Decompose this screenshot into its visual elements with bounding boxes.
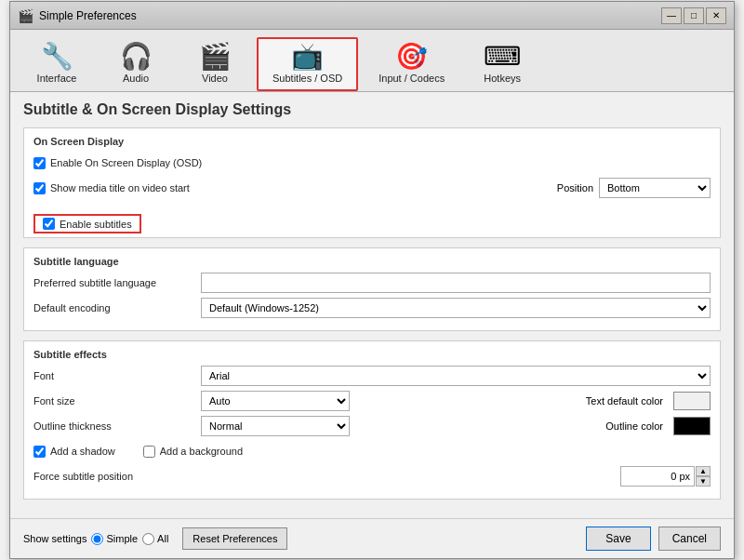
show-settings: Show settings Simple All Reset Preferenc… bbox=[23, 527, 287, 550]
force-position-value: ▲ ▼ bbox=[201, 466, 711, 487]
close-button[interactable]: ✕ bbox=[706, 7, 726, 24]
simple-radio-text: Simple bbox=[106, 533, 138, 544]
add-shadow-label: Add a shadow bbox=[50, 446, 115, 457]
outline-thickness-label: Outline thickness bbox=[33, 420, 201, 432]
force-position-spinner: ▲ ▼ bbox=[201, 466, 711, 487]
video-icon: 🎬 bbox=[199, 44, 232, 70]
shadow-background-row: Add a shadow Add a background bbox=[33, 441, 711, 461]
all-radio-text: All bbox=[157, 533, 168, 544]
add-background-checkbox[interactable] bbox=[143, 446, 155, 458]
show-media-title-row: Show media title on video start Position… bbox=[33, 178, 711, 198]
show-media-title-checkbox[interactable] bbox=[33, 182, 46, 194]
subtitle-language-section: Subtitle language Preferred subtitle lan… bbox=[23, 247, 721, 331]
subtitle-effects-section: Subtitle effects Font Arial Times New Ro… bbox=[23, 340, 721, 500]
outline-thickness-select[interactable]: Normal Thin Thick bbox=[201, 416, 350, 436]
subtitles-icon: 📺 bbox=[291, 44, 324, 70]
enable-subtitles-container: Enable subtitles bbox=[23, 210, 721, 238]
tab-hotkeys[interactable]: ⌨ Hotkeys bbox=[465, 37, 539, 91]
font-value: Arial Times New Roman Courier New Verdan… bbox=[201, 366, 711, 386]
reset-preferences-button[interactable]: Reset Preferences bbox=[182, 527, 287, 550]
simple-radio[interactable] bbox=[91, 533, 103, 545]
hotkeys-icon: ⌨ bbox=[484, 44, 521, 70]
enable-osd-row: Enable On Screen Display (OSD) bbox=[33, 153, 711, 173]
tab-subtitles-label: Subtitles / OSD bbox=[272, 73, 342, 84]
enable-osd-checkbox[interactable] bbox=[33, 157, 46, 169]
force-position-input[interactable] bbox=[620, 466, 695, 487]
text-default-color-label: Text default color bbox=[586, 395, 663, 407]
enable-osd-label: Enable On Screen Display (OSD) bbox=[50, 157, 202, 168]
font-size-select[interactable]: Auto Small Normal Large bbox=[201, 391, 350, 411]
add-background-label: Add a background bbox=[160, 446, 243, 457]
enable-subtitles-checkbox-label[interactable]: Enable subtitles bbox=[33, 214, 141, 233]
tab-audio[interactable]: 🎧 Audio bbox=[99, 37, 173, 91]
text-default-color-box[interactable] bbox=[673, 392, 711, 410]
preferred-language-input[interactable] bbox=[201, 273, 711, 293]
tab-hotkeys-label: Hotkeys bbox=[484, 73, 521, 84]
default-encoding-label: Default encoding bbox=[33, 302, 201, 313]
bottom-bar: Show settings Simple All Reset Preferenc… bbox=[10, 518, 734, 558]
show-media-title-label: Show media title on video start bbox=[50, 182, 190, 193]
font-label: Font bbox=[33, 370, 201, 381]
default-encoding-row: Default encoding Default (Windows-1252) … bbox=[33, 298, 711, 318]
add-shadow-checkbox-label[interactable]: Add a shadow bbox=[33, 446, 115, 458]
enable-osd-checkbox-label[interactable]: Enable On Screen Display (OSD) bbox=[33, 157, 202, 169]
add-background-checkbox-label[interactable]: Add a background bbox=[143, 446, 243, 458]
app-icon: 🎬 bbox=[18, 8, 33, 23]
title-bar-left: 🎬 Simple Preferences bbox=[18, 8, 137, 23]
tab-interface-label: Interface bbox=[37, 73, 77, 84]
font-size-col: Font size Auto Small Normal Large bbox=[33, 391, 577, 411]
force-position-row: Force subtitle position ▲ ▼ bbox=[33, 466, 711, 487]
osd-section-title: On Screen Display bbox=[33, 136, 711, 147]
spinner-down-button[interactable]: ▼ bbox=[696, 476, 711, 487]
all-radio[interactable] bbox=[142, 533, 154, 545]
default-encoding-select[interactable]: Default (Windows-1252) UTF-8 ISO-8859-1 bbox=[201, 298, 711, 318]
tab-bar: 🔧 Interface 🎧 Audio 🎬 Video 📺 Subtitles … bbox=[10, 30, 734, 92]
all-radio-label[interactable]: All bbox=[142, 533, 168, 545]
font-select[interactable]: Arial Times New Roman Courier New Verdan… bbox=[201, 366, 711, 386]
interface-icon: 🔧 bbox=[41, 44, 73, 70]
tab-input-label: Input / Codecs bbox=[379, 73, 445, 84]
spinner-up-button[interactable]: ▲ bbox=[696, 466, 711, 476]
input-icon: 🎯 bbox=[395, 44, 428, 70]
tab-interface[interactable]: 🔧 Interface bbox=[20, 37, 94, 91]
simple-radio-label[interactable]: Simple bbox=[91, 533, 138, 545]
outline-color-col: Outline color bbox=[605, 417, 711, 435]
osd-section: On Screen Display Enable On Screen Displ… bbox=[23, 127, 721, 211]
enable-subtitles-checkbox[interactable] bbox=[43, 218, 55, 230]
audio-icon: 🎧 bbox=[120, 44, 153, 70]
tab-video-label: Video bbox=[202, 73, 228, 84]
tab-subtitles[interactable]: 📺 Subtitles / OSD bbox=[257, 37, 358, 91]
font-size-label: Font size bbox=[33, 395, 201, 407]
page-title: Subtitle & On Screen Display Settings bbox=[23, 101, 721, 118]
subtitle-language-title: Subtitle language bbox=[33, 256, 711, 267]
position-label: Position bbox=[557, 182, 593, 193]
outline-thickness-row: Outline thickness Normal Thin Thick Outl… bbox=[33, 416, 711, 436]
cancel-button[interactable]: Cancel bbox=[658, 527, 721, 551]
outline-color-box[interactable] bbox=[673, 417, 711, 435]
force-position-label: Force subtitle position bbox=[33, 471, 201, 482]
show-media-title-checkbox-label[interactable]: Show media title on video start bbox=[33, 182, 190, 194]
tab-audio-label: Audio bbox=[123, 73, 149, 84]
save-button[interactable]: Save bbox=[586, 527, 650, 551]
bottom-right-buttons: Save Cancel bbox=[586, 527, 721, 551]
outline-color-label: Outline color bbox=[605, 420, 663, 432]
minimize-button[interactable]: — bbox=[661, 7, 682, 24]
preferred-language-label: Preferred subtitle language bbox=[33, 277, 201, 288]
subtitle-effects-title: Subtitle effects bbox=[33, 349, 711, 360]
outline-thickness-col: Outline thickness Normal Thin Thick bbox=[33, 416, 596, 436]
text-color-col: Text default color bbox=[586, 392, 711, 410]
tab-video[interactable]: 🎬 Video bbox=[178, 37, 252, 91]
tab-input[interactable]: 🎯 Input / Codecs bbox=[363, 37, 460, 91]
add-shadow-checkbox[interactable] bbox=[33, 446, 46, 458]
maximize-button[interactable]: □ bbox=[684, 7, 704, 24]
position-row: Position Bottom Top Left Right bbox=[557, 178, 711, 198]
content-area: Subtitle & On Screen Display Settings On… bbox=[10, 92, 734, 518]
font-size-row: Font size Auto Small Normal Large Text d… bbox=[33, 391, 711, 411]
window-title: Simple Preferences bbox=[39, 9, 137, 22]
preferred-language-value bbox=[201, 273, 711, 293]
main-window: 🎬 Simple Preferences — □ ✕ 🔧 Interface 🎧… bbox=[9, 1, 735, 559]
enable-subtitles-label: Enable subtitles bbox=[60, 219, 132, 230]
show-settings-label: Show settings bbox=[23, 533, 86, 544]
position-select[interactable]: Bottom Top Left Right bbox=[599, 178, 711, 198]
spinner-buttons: ▲ ▼ bbox=[696, 466, 711, 487]
